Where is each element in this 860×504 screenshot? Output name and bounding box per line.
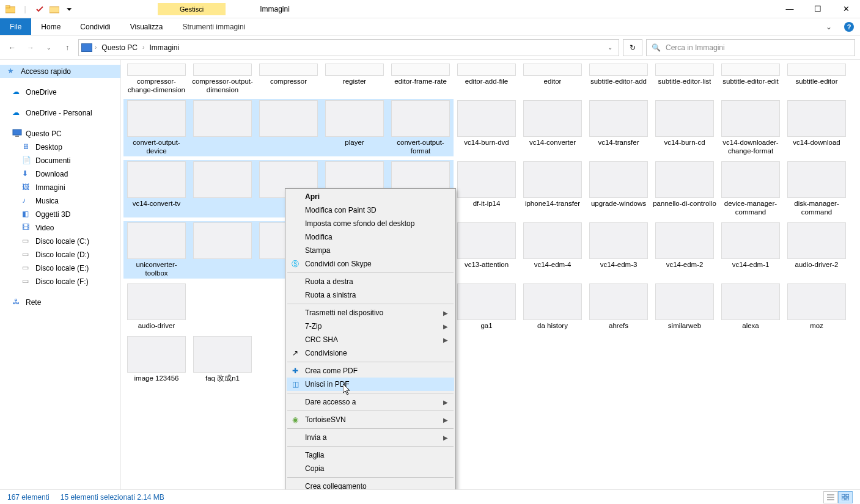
tab-home[interactable]: Home (31, 18, 70, 35)
file-item[interactable]: subtitle-editor-add (586, 62, 652, 95)
ctx-rotate-right[interactable]: Ruota a destra (287, 275, 454, 288)
content-pane[interactable]: compressor-change-dimensioncompressor-ou… (121, 60, 860, 489)
file-item[interactable]: vc14-edm-1 (718, 221, 784, 279)
folder-icon[interactable] (4, 2, 17, 16)
file-item[interactable]: subtitle-editor-edit (718, 62, 784, 95)
tree-network[interactable]: 🖧Rete (0, 296, 120, 309)
file-item[interactable]: ahrefs (586, 282, 652, 331)
tree-this-pc[interactable]: Questo PC (0, 127, 120, 141)
ctx-create-pdf[interactable]: ✚Crea come PDF (287, 364, 454, 378)
file-item[interactable]: vc14-download (784, 99, 850, 156)
file-item[interactable]: compressor (255, 62, 322, 95)
back-button[interactable]: ← (5, 40, 20, 55)
tree-3d-objects[interactable]: ◧Oggetti 3D (0, 208, 120, 221)
minimize-button[interactable]: — (776, 0, 804, 18)
tab-image-tools[interactable]: Strumenti immagini (173, 18, 255, 35)
file-item[interactable]: moz (784, 282, 850, 331)
chevron-right-icon[interactable]: › (95, 44, 97, 51)
file-item[interactable]: convert-output-device (123, 99, 189, 156)
ribbon-collapse-icon[interactable]: ⌄ (820, 18, 838, 35)
tree-onedrive-personal[interactable]: ☁OneDrive - Personal (0, 106, 120, 120)
file-item[interactable]: vc14-converter (520, 99, 586, 156)
close-button[interactable]: ✕ (832, 0, 860, 18)
file-item[interactable]: editor-frame-rate (388, 62, 454, 95)
folder-open-icon[interactable] (48, 2, 61, 16)
file-item[interactable]: ga1 (454, 282, 520, 331)
file-item[interactable]: similarweb (652, 282, 718, 331)
file-item[interactable]: vc13-attention (454, 221, 520, 279)
file-item[interactable]: editor-add-file (454, 62, 520, 95)
chevron-right-icon[interactable]: › (142, 44, 144, 51)
tree-disk-e[interactable]: ▭Disco locale (E:) (0, 261, 120, 275)
file-item[interactable]: device-manager-command (718, 160, 784, 217)
file-item[interactable]: vc14-burn-cd (652, 99, 718, 156)
file-item[interactable]: disk-manager-command (784, 160, 850, 217)
tree-music[interactable]: ♪Musica (0, 194, 120, 208)
ctx-cut[interactable]: Taglia (287, 448, 454, 462)
file-item[interactable] (189, 99, 255, 156)
tab-share[interactable]: Condividi (70, 18, 120, 35)
tab-file[interactable]: File (0, 18, 31, 35)
ctx-cast[interactable]: Trasmetti nel dispositivo▶ (287, 306, 454, 320)
ctx-7zip[interactable]: 7-Zip▶ (287, 320, 454, 333)
tree-disk-c[interactable]: ▭Disco locale (C:) (0, 235, 120, 248)
file-item[interactable]: editor (520, 62, 586, 95)
file-item[interactable]: uniconverter-toolbox (123, 221, 189, 279)
ctx-copy[interactable]: Copia (287, 462, 454, 475)
file-item[interactable]: vc14-transfer (586, 99, 652, 156)
file-item[interactable]: audio-driver (123, 282, 189, 331)
file-item[interactable]: alexa (718, 282, 784, 331)
tree-onedrive[interactable]: ☁OneDrive (0, 86, 120, 99)
ctx-rotate-left[interactable]: Ruota a sinistra (287, 288, 454, 302)
file-item[interactable]: compressor-change-dimension (123, 62, 189, 95)
ctx-give-access[interactable]: Dare accesso a▶ (287, 395, 454, 409)
tree-video[interactable]: 🎞Video (0, 221, 120, 235)
file-item[interactable]: subtitle-editor-list (652, 62, 718, 95)
tree-quick-access[interactable]: ★Accesso rapido (0, 65, 120, 78)
file-item[interactable] (189, 221, 255, 279)
file-item[interactable]: vc14-edm-3 (586, 221, 652, 279)
file-item[interactable]: image 123456 (123, 335, 189, 384)
tab-view[interactable]: Visualizza (120, 18, 173, 35)
file-item[interactable]: upgrade-windows (586, 160, 652, 217)
ctx-crc-sha[interactable]: CRC SHA▶ (287, 333, 454, 346)
file-item[interactable]: faq 改成n1 (189, 335, 255, 384)
ctx-open[interactable]: Apri (287, 190, 454, 203)
ctx-merge-pdf[interactable]: ◫Unisci in PDF (287, 378, 454, 391)
ctx-print[interactable]: Stampa (287, 244, 454, 257)
breadcrumb-folder[interactable]: Immagini (147, 42, 182, 53)
file-item[interactable] (255, 99, 322, 156)
help-button[interactable]: ? (838, 18, 860, 35)
file-item[interactable]: vc14-convert-tv (123, 160, 189, 217)
refresh-button[interactable]: ↻ (623, 39, 642, 56)
search-box[interactable]: 🔍 Cerca in Immagini (646, 39, 855, 56)
file-item[interactable]: vc14-burn-dvd (454, 99, 520, 156)
ctx-share[interactable]: ↗Condivisione (287, 346, 454, 360)
maximize-button[interactable]: ☐ (804, 0, 832, 18)
check-properties-icon[interactable] (33, 2, 46, 16)
file-item[interactable] (189, 160, 255, 217)
tree-documents[interactable]: 📄Documenti (0, 154, 120, 167)
address-dropdown-icon[interactable]: ⌄ (608, 44, 616, 51)
ctx-tortoisesvn[interactable]: ◉TortoiseSVN▶ (287, 413, 454, 426)
file-item[interactable]: iphone14-transfer (520, 160, 586, 217)
ctx-send-to[interactable]: Invia a▶ (287, 431, 454, 444)
recent-dropdown-icon[interactable]: ⌄ (42, 40, 56, 55)
file-item[interactable]: audio-driver-2 (784, 221, 850, 279)
file-item[interactable]: convert-output-format (388, 99, 454, 156)
file-item[interactable]: df-it-ip14 (454, 160, 520, 217)
file-item[interactable]: subtitle-editor (784, 62, 850, 95)
tree-desktop[interactable]: 🖥Desktop (0, 141, 120, 154)
address-bar[interactable]: › Questo PC › Immagini ⌄ (78, 39, 619, 56)
file-item[interactable]: compressor-output-dimension (189, 62, 255, 95)
view-thumbnails-button[interactable] (838, 491, 853, 503)
breadcrumb-pc[interactable]: Questo PC (99, 42, 140, 53)
tree-images[interactable]: 🖼Immagini (0, 181, 120, 194)
ctx-skype[interactable]: ⓈCondividi con Skype (287, 257, 454, 271)
ctx-create-shortcut[interactable]: Crea collegamento (287, 480, 454, 489)
file-item[interactable]: register (322, 62, 388, 95)
file-item[interactable]: vc14-edm-4 (520, 221, 586, 279)
tree-disk-f[interactable]: ▭Disco locale (F:) (0, 275, 120, 288)
ctx-edit[interactable]: Modifica (287, 230, 454, 244)
ctx-wallpaper[interactable]: Imposta come sfondo del desktop (287, 217, 454, 230)
